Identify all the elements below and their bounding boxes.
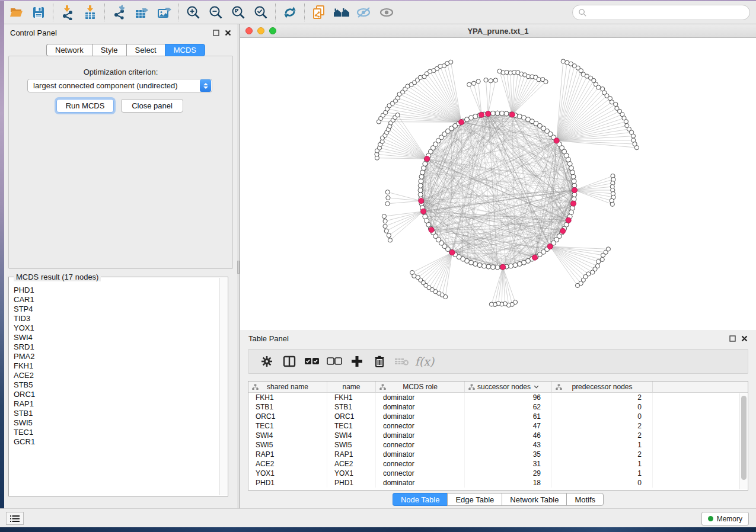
- tab-style[interactable]: Style: [92, 44, 126, 56]
- table-cell[interactable]: SWI4: [327, 431, 376, 440]
- refresh-layout-icon[interactable]: [279, 4, 301, 21]
- splitter-grip[interactable]: [237, 261, 240, 274]
- zoom-fit-icon[interactable]: [227, 4, 250, 21]
- table-cell[interactable]: 1: [552, 440, 653, 450]
- tab-network-table[interactable]: Network Table: [502, 493, 566, 506]
- tab-mcds[interactable]: MCDS: [165, 44, 205, 56]
- table-row[interactable]: PHD1PHD1dominator180: [248, 478, 748, 488]
- table-cell[interactable]: 61: [465, 412, 552, 421]
- delete-table-icon[interactable]: [391, 351, 413, 371]
- table-cell[interactable]: 2: [552, 450, 653, 459]
- table-row[interactable]: ORC1ORC1dominator610: [248, 412, 748, 421]
- mcds-result-item[interactable]: SWI5: [14, 418, 219, 428]
- table-scrollbar[interactable]: [739, 393, 747, 489]
- mcds-result-list[interactable]: PHD1CAR1STP4TID3YOX1SWI4SRD1PMA2FKH1ACE2…: [9, 278, 219, 495]
- table-cell[interactable]: 29: [465, 469, 552, 478]
- table-cell[interactable]: FKH1: [248, 393, 327, 402]
- table-cell[interactable]: SWI4: [248, 431, 327, 440]
- mcds-result-item[interactable]: SWI4: [14, 333, 219, 342]
- table-cell[interactable]: PHD1: [248, 478, 327, 488]
- import-network-icon[interactable]: [56, 4, 79, 21]
- vertical-splitter[interactable]: [237, 24, 240, 508]
- mcds-result-item[interactable]: CAR1: [14, 295, 219, 305]
- hide-graphics-details-icon[interactable]: [353, 4, 375, 21]
- table-cell[interactable]: dominator: [376, 393, 465, 402]
- table-cell[interactable]: 43: [465, 440, 552, 450]
- table-cell[interactable]: 62: [465, 402, 552, 412]
- table-row[interactable]: ACE2ACE2connector311: [248, 459, 748, 469]
- show-graphics-details-icon[interactable]: [375, 4, 398, 21]
- task-history-button[interactable]: [6, 512, 24, 525]
- mcds-result-item[interactable]: ACE2: [14, 371, 219, 380]
- mcds-result-scrollbar[interactable]: [219, 278, 227, 495]
- memory-button[interactable]: Memory: [701, 512, 749, 525]
- deselect-all-rows-icon[interactable]: [323, 351, 346, 371]
- network-canvas[interactable]: [240, 38, 756, 330]
- table-cell[interactable]: connector: [376, 421, 465, 431]
- mcds-result-item[interactable]: STP4: [14, 305, 219, 314]
- table-cell[interactable]: dominator: [376, 431, 465, 440]
- zoom-selected-icon[interactable]: [250, 4, 272, 21]
- open-file-icon[interactable]: [5, 4, 27, 21]
- sort-chevron-icon[interactable]: [534, 385, 539, 389]
- search-input[interactable]: [572, 5, 750, 20]
- mcds-result-item[interactable]: RAP1: [14, 399, 219, 409]
- table-cell[interactable]: 35: [465, 450, 552, 459]
- optimization-criterion-select[interactable]: largest connected component (undirected): [27, 79, 212, 92]
- run-mcds-button[interactable]: Run MCDS: [56, 99, 114, 113]
- table-cell[interactable]: ACE2: [327, 459, 376, 469]
- table-cell[interactable]: 1: [552, 459, 653, 469]
- float-panel-icon[interactable]: [729, 335, 736, 342]
- table-row[interactable]: STB1STB1dominator620: [248, 402, 748, 412]
- mcds-result-item[interactable]: STB1: [14, 409, 219, 418]
- tab-network[interactable]: Network: [46, 44, 92, 56]
- table-cell[interactable]: STB1: [248, 402, 327, 412]
- table-cell[interactable]: connector: [376, 459, 465, 469]
- table-cell[interactable]: 2: [552, 431, 653, 440]
- network-window-titlebar[interactable]: YPA_prune.txt_1: [240, 24, 756, 38]
- close-panel-icon[interactable]: [741, 335, 748, 342]
- add-column-icon[interactable]: [346, 351, 368, 371]
- table-cell[interactable]: dominator: [376, 450, 465, 459]
- table-cell[interactable]: dominator: [376, 412, 465, 421]
- table-row[interactable]: SWI5SWI5connector431: [248, 440, 748, 450]
- mcds-result-item[interactable]: GCR1: [14, 437, 219, 447]
- table-cell[interactable]: connector: [376, 469, 465, 478]
- save-session-icon[interactable]: [27, 4, 50, 21]
- select-all-rows-icon[interactable]: [301, 351, 323, 371]
- table-scrollbar-thumb[interactable]: [741, 396, 747, 480]
- table-cell[interactable]: 1: [552, 469, 653, 478]
- column-header-predecessor-nodes[interactable]: predecessor nodes: [552, 382, 653, 392]
- tab-node-table[interactable]: Node Table: [393, 493, 448, 506]
- column-header-name[interactable]: name: [327, 382, 376, 392]
- table-cell[interactable]: TEC1: [327, 421, 376, 431]
- table-cell[interactable]: 0: [552, 412, 653, 421]
- table-cell[interactable]: 0: [552, 402, 653, 412]
- import-table-icon[interactable]: [79, 4, 101, 21]
- table-cell[interactable]: SWI5: [248, 440, 327, 450]
- duplicate-network-icon[interactable]: [308, 4, 330, 21]
- table-row[interactable]: SWI4SWI4dominator462: [248, 431, 748, 440]
- table-cell[interactable]: dominator: [376, 402, 465, 412]
- close-panel-button[interactable]: Close panel: [121, 99, 183, 113]
- table-row[interactable]: YOX1YOX1connector291: [248, 469, 748, 478]
- export-table-icon[interactable]: [130, 4, 153, 21]
- toggle-column-pane-icon[interactable]: [278, 351, 301, 371]
- table-cell[interactable]: dominator: [376, 478, 465, 488]
- column-header-successor-nodes[interactable]: successor nodes: [465, 382, 552, 392]
- table-cell[interactable]: 2: [552, 393, 653, 402]
- mcds-result-item[interactable]: STB5: [14, 380, 219, 390]
- mcds-result-item[interactable]: ORC1: [14, 390, 219, 399]
- table-cell[interactable]: 46: [465, 431, 552, 440]
- mcds-result-item[interactable]: PMA2: [14, 352, 219, 361]
- mcds-result-item[interactable]: TEC1: [14, 428, 219, 437]
- tab-select[interactable]: Select: [126, 44, 165, 56]
- table-cell[interactable]: SWI5: [327, 440, 376, 450]
- table-cell[interactable]: 96: [465, 393, 552, 402]
- node-table[interactable]: shared namenameMCDS rolesuccessor nodesp…: [248, 381, 748, 491]
- table-cell[interactable]: RAP1: [248, 450, 327, 459]
- table-cell[interactable]: 18: [465, 478, 552, 488]
- table-cell[interactable]: YOX1: [327, 469, 376, 478]
- table-cell[interactable]: 0: [552, 478, 653, 488]
- table-cell[interactable]: ORC1: [248, 412, 327, 421]
